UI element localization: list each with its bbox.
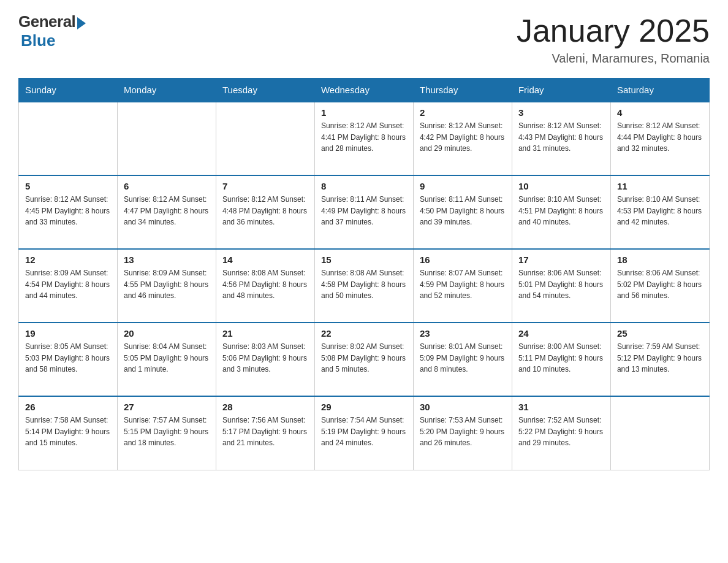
calendar-cell: 30Sunrise: 7:53 AM Sunset: 5:20 PM Dayli… <box>413 396 512 470</box>
calendar-cell: 9Sunrise: 8:11 AM Sunset: 4:50 PM Daylig… <box>413 175 512 249</box>
day-info: Sunrise: 8:12 AM Sunset: 4:43 PM Dayligh… <box>518 120 604 155</box>
day-of-week-header: Friday <box>512 79 610 102</box>
day-number: 24 <box>518 328 604 339</box>
calendar-cell: 10Sunrise: 8:10 AM Sunset: 4:51 PM Dayli… <box>512 175 610 249</box>
day-info: Sunrise: 8:10 AM Sunset: 4:53 PM Dayligh… <box>617 194 703 228</box>
calendar-week-row: 26Sunrise: 7:58 AM Sunset: 5:14 PM Dayli… <box>19 396 710 470</box>
day-info: Sunrise: 8:06 AM Sunset: 5:02 PM Dayligh… <box>617 267 703 302</box>
day-number: 30 <box>420 402 506 412</box>
calendar-cell: 25Sunrise: 7:59 AM Sunset: 5:12 PM Dayli… <box>610 323 709 396</box>
calendar-cell: 20Sunrise: 8:04 AM Sunset: 5:05 PM Dayli… <box>117 323 216 396</box>
day-info: Sunrise: 8:01 AM Sunset: 5:09 PM Dayligh… <box>420 341 506 375</box>
calendar-cell <box>610 396 709 470</box>
day-info: Sunrise: 7:56 AM Sunset: 5:17 PM Dayligh… <box>222 415 308 449</box>
calendar-cell: 4Sunrise: 8:12 AM Sunset: 4:44 PM Daylig… <box>610 102 709 175</box>
day-number: 8 <box>321 181 407 191</box>
day-info: Sunrise: 8:08 AM Sunset: 4:56 PM Dayligh… <box>222 267 308 302</box>
day-number: 28 <box>222 402 308 412</box>
calendar-cell: 3Sunrise: 8:12 AM Sunset: 4:43 PM Daylig… <box>512 102 610 175</box>
calendar-week-row: 5Sunrise: 8:12 AM Sunset: 4:45 PM Daylig… <box>19 175 710 249</box>
day-info: Sunrise: 7:57 AM Sunset: 5:15 PM Dayligh… <box>124 415 210 449</box>
day-info: Sunrise: 8:07 AM Sunset: 4:59 PM Dayligh… <box>420 267 506 302</box>
page-subtitle: Valeni, Maramures, Romania <box>517 52 710 66</box>
day-number: 22 <box>321 328 407 339</box>
day-number: 26 <box>25 402 111 412</box>
day-info: Sunrise: 8:12 AM Sunset: 4:44 PM Dayligh… <box>617 120 703 155</box>
day-info: Sunrise: 8:12 AM Sunset: 4:47 PM Dayligh… <box>124 194 210 228</box>
day-info: Sunrise: 7:58 AM Sunset: 5:14 PM Dayligh… <box>25 415 111 449</box>
day-number: 31 <box>518 402 604 412</box>
calendar-cell: 19Sunrise: 8:05 AM Sunset: 5:03 PM Dayli… <box>19 323 118 396</box>
day-number: 2 <box>420 107 506 118</box>
calendar-cell: 28Sunrise: 7:56 AM Sunset: 5:17 PM Dayli… <box>216 396 314 470</box>
day-number: 12 <box>25 255 111 265</box>
day-of-week-header: Tuesday <box>216 79 314 102</box>
day-info: Sunrise: 7:53 AM Sunset: 5:20 PM Dayligh… <box>420 415 506 449</box>
day-info: Sunrise: 8:04 AM Sunset: 5:05 PM Dayligh… <box>124 341 210 375</box>
day-info: Sunrise: 8:03 AM Sunset: 5:06 PM Dayligh… <box>222 341 308 375</box>
day-info: Sunrise: 8:09 AM Sunset: 4:55 PM Dayligh… <box>124 267 210 302</box>
day-info: Sunrise: 8:12 AM Sunset: 4:48 PM Dayligh… <box>222 194 308 228</box>
day-of-week-header: Thursday <box>413 79 512 102</box>
day-number: 20 <box>124 328 210 339</box>
calendar-cell: 24Sunrise: 8:00 AM Sunset: 5:11 PM Dayli… <box>512 323 610 396</box>
day-number: 27 <box>124 402 210 412</box>
day-number: 14 <box>222 255 308 265</box>
day-info: Sunrise: 8:11 AM Sunset: 4:49 PM Dayligh… <box>321 194 407 228</box>
calendar-cell: 2Sunrise: 8:12 AM Sunset: 4:42 PM Daylig… <box>413 102 512 175</box>
title-section: January 2025 Valeni, Maramures, Romania <box>517 12 710 66</box>
calendar-week-row: 1Sunrise: 8:12 AM Sunset: 4:41 PM Daylig… <box>19 102 710 175</box>
day-info: Sunrise: 8:06 AM Sunset: 5:01 PM Dayligh… <box>518 267 604 302</box>
calendar-cell: 7Sunrise: 8:12 AM Sunset: 4:48 PM Daylig… <box>216 175 314 249</box>
day-number: 3 <box>518 107 604 118</box>
day-of-week-header: Saturday <box>610 79 709 102</box>
day-info: Sunrise: 8:05 AM Sunset: 5:03 PM Dayligh… <box>25 341 111 375</box>
logo-blue-text: Blue <box>21 31 55 50</box>
calendar-cell: 22Sunrise: 8:02 AM Sunset: 5:08 PM Dayli… <box>314 323 413 396</box>
calendar-cell: 5Sunrise: 8:12 AM Sunset: 4:45 PM Daylig… <box>19 175 118 249</box>
calendar-cell: 31Sunrise: 7:52 AM Sunset: 5:22 PM Dayli… <box>512 396 610 470</box>
day-of-week-header: Wednesday <box>314 79 413 102</box>
day-number: 1 <box>321 107 407 118</box>
day-info: Sunrise: 7:52 AM Sunset: 5:22 PM Dayligh… <box>518 415 604 449</box>
day-of-week-header: Sunday <box>19 79 118 102</box>
day-number: 13 <box>124 255 210 265</box>
day-info: Sunrise: 8:12 AM Sunset: 4:41 PM Dayligh… <box>321 120 407 155</box>
calendar-cell <box>19 102 118 175</box>
calendar-cell: 6Sunrise: 8:12 AM Sunset: 4:47 PM Daylig… <box>117 175 216 249</box>
day-number: 17 <box>518 255 604 265</box>
calendar-week-row: 12Sunrise: 8:09 AM Sunset: 4:54 PM Dayli… <box>19 249 710 323</box>
calendar-cell: 1Sunrise: 8:12 AM Sunset: 4:41 PM Daylig… <box>314 102 413 175</box>
day-info: Sunrise: 8:12 AM Sunset: 4:42 PM Dayligh… <box>420 120 506 155</box>
day-number: 25 <box>617 328 703 339</box>
calendar-cell: 12Sunrise: 8:09 AM Sunset: 4:54 PM Dayli… <box>19 249 118 323</box>
day-number: 29 <box>321 402 407 412</box>
calendar-cell: 17Sunrise: 8:06 AM Sunset: 5:01 PM Dayli… <box>512 249 610 323</box>
calendar-cell: 21Sunrise: 8:03 AM Sunset: 5:06 PM Dayli… <box>216 323 314 396</box>
day-number: 5 <box>25 181 111 191</box>
day-of-week-header: Monday <box>117 79 216 102</box>
calendar-cell: 23Sunrise: 8:01 AM Sunset: 5:09 PM Dayli… <box>413 323 512 396</box>
day-number: 18 <box>617 255 703 265</box>
day-number: 4 <box>617 107 703 118</box>
day-info: Sunrise: 8:00 AM Sunset: 5:11 PM Dayligh… <box>518 341 604 375</box>
day-number: 23 <box>420 328 506 339</box>
day-number: 6 <box>124 181 210 191</box>
logo-arrow-icon <box>77 17 86 29</box>
day-info: Sunrise: 8:02 AM Sunset: 5:08 PM Dayligh… <box>321 341 407 375</box>
calendar-cell: 15Sunrise: 8:08 AM Sunset: 4:58 PM Dayli… <box>314 249 413 323</box>
calendar-header-row: SundayMondayTuesdayWednesdayThursdayFrid… <box>19 79 710 102</box>
day-info: Sunrise: 8:12 AM Sunset: 4:45 PM Dayligh… <box>25 194 111 228</box>
calendar-week-row: 19Sunrise: 8:05 AM Sunset: 5:03 PM Dayli… <box>19 323 710 396</box>
day-number: 16 <box>420 255 506 265</box>
calendar-cell: 13Sunrise: 8:09 AM Sunset: 4:55 PM Dayli… <box>117 249 216 323</box>
day-number: 11 <box>617 181 703 191</box>
page-header: General Blue January 2025 Valeni, Maramu… <box>18 12 710 66</box>
day-info: Sunrise: 7:59 AM Sunset: 5:12 PM Dayligh… <box>617 341 703 375</box>
page-title: January 2025 <box>517 12 710 49</box>
day-number: 9 <box>420 181 506 191</box>
day-info: Sunrise: 8:11 AM Sunset: 4:50 PM Dayligh… <box>420 194 506 228</box>
calendar-cell <box>216 102 314 175</box>
day-info: Sunrise: 8:08 AM Sunset: 4:58 PM Dayligh… <box>321 267 407 302</box>
calendar-cell <box>117 102 216 175</box>
